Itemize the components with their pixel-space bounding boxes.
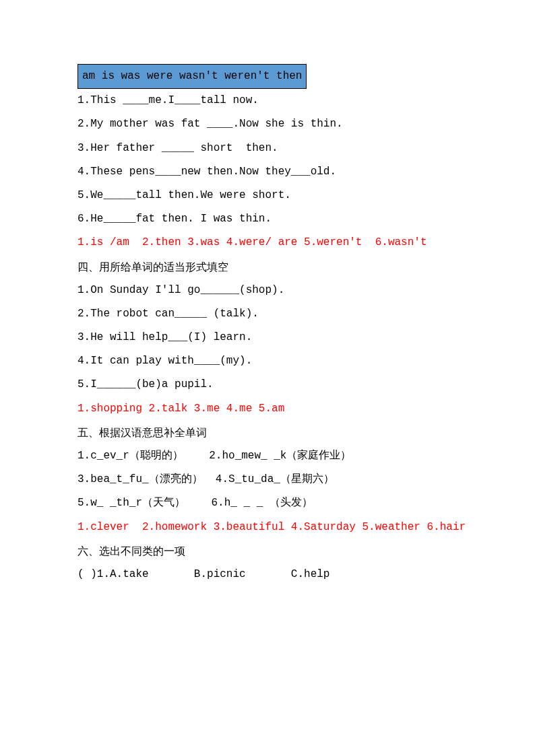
s6-q1: ( )1.A.take B.picnic C.help bbox=[77, 563, 468, 586]
s5-answers: 1.clever 2.homework 3.beautiful 4.Saturd… bbox=[77, 516, 468, 539]
s3-q5: 5.We_____tall then.We were short. bbox=[77, 184, 468, 207]
s3-q6: 6.He_____fat then. I was thin. bbox=[77, 207, 468, 231]
s3-answers: 1.is /am 2.then 3.was 4.were/ are 5.were… bbox=[77, 231, 468, 254]
s4-q3: 3.He will help___(I) learn. bbox=[77, 326, 468, 349]
s3-q3: 3.Her father _____ short then. bbox=[77, 137, 468, 160]
s5-row3: 5.w_ _th_r（天气） 6.h_ _ _ （头发） bbox=[77, 491, 468, 515]
s5-row2: 3.bea_t_fu_（漂亮的） 4.S_tu_da_（星期六） bbox=[77, 468, 468, 491]
s4-q1: 1.On Sunday I'll go______(shop). bbox=[77, 279, 468, 302]
s3-q4: 4.These pens____new then.Now they___old. bbox=[77, 160, 468, 184]
s5-row1: 1.c_ev_r（聪明的） 2.ho_mew_ _k（家庭作业） bbox=[77, 444, 468, 468]
worksheet-page: am is was were wasn't weren't then 1.Thi… bbox=[0, 0, 535, 627]
s4-q2: 2.The robot can_____ (talk). bbox=[77, 302, 468, 326]
s4-answers: 1.shopping 2.talk 3.me 4.me 5.am bbox=[77, 397, 468, 421]
word-bank-row: am is was were wasn't weren't then bbox=[77, 64, 468, 89]
s4-q4: 4.It can play with____(my). bbox=[77, 349, 468, 373]
s3-q1: 1.This ____me.I____tall now. bbox=[77, 89, 468, 112]
s6-title: 六、选出不同类的一项 bbox=[77, 539, 468, 563]
word-bank: am is was were wasn't weren't then bbox=[77, 64, 307, 89]
s4-q5: 5.I______(be)a pupil. bbox=[77, 373, 468, 397]
s4-title: 四、用所给单词的适当形式填空 bbox=[77, 255, 468, 279]
s3-q2: 2.My mother was fat ____.Now she is thin… bbox=[77, 112, 468, 136]
s5-title: 五、根据汉语意思补全单词 bbox=[77, 421, 468, 444]
